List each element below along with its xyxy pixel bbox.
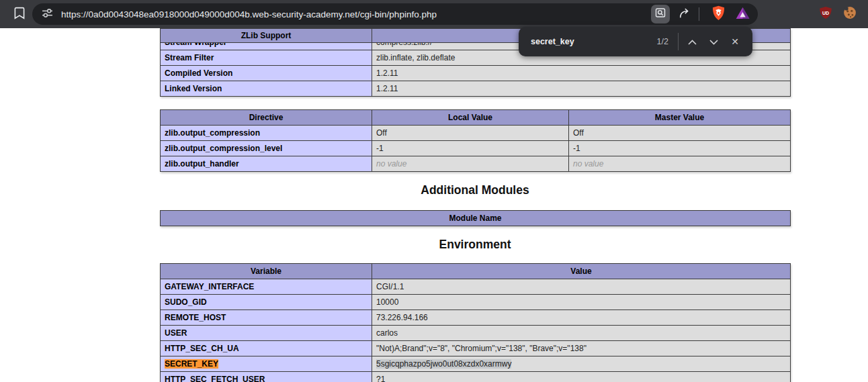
table-row: REMOTE_HOST 73.226.94.166 xyxy=(161,310,791,326)
extension-shield-button[interactable]: UD xyxy=(817,5,834,23)
row-label: Linked Version xyxy=(161,81,372,97)
table-row: HTTP_SEC_CH_UA "Not)A;Brand";v="8", "Chr… xyxy=(161,341,791,356)
bookmark-icon xyxy=(14,7,25,22)
table-row: SECRET_KEY 5sgicqphazpo5jwo0ut08xzdx0xar… xyxy=(161,356,791,372)
brave-rewards-icon xyxy=(736,7,750,22)
toolbar-divider xyxy=(699,7,699,21)
column-header: Directive xyxy=(161,110,372,126)
find-input[interactable]: secret_key xyxy=(531,37,574,46)
column-header: Variable xyxy=(161,264,372,279)
environment-heading: Environment xyxy=(160,236,790,252)
brave-shield-icon xyxy=(711,5,726,23)
row-label: zlib.output_compression xyxy=(161,126,372,141)
table-row: GATEWAY_INTERFACE CGI/1.1 xyxy=(161,279,791,295)
zlib-directive-table: Directive Local Value Master Value zlib.… xyxy=(160,109,791,172)
env-variable-secret-key-find-match: SECRET_KEY xyxy=(165,359,218,369)
env-value: 73.226.94.166 xyxy=(372,310,791,326)
share-icon xyxy=(678,7,691,22)
module-name-header: Module Name xyxy=(161,211,791,226)
env-variable: HTTP_SEC_FETCH_USER xyxy=(161,372,372,382)
master-value: Off xyxy=(569,126,791,141)
table-row: zlib.output_compression_level -1 -1 xyxy=(161,141,791,156)
find-in-page-bar: secret_key 1/2 ✕ xyxy=(519,27,752,56)
row-label: Stream Wrapper xyxy=(165,43,226,47)
zlib-support-header: ZLib Support xyxy=(161,29,372,43)
env-value: CGI/1.1 xyxy=(372,279,791,295)
site-controls-icon[interactable] xyxy=(42,7,53,21)
brave-rewards-button[interactable] xyxy=(732,4,752,24)
local-value: -1 xyxy=(372,141,569,156)
browser-window: https://0a0d0043048ea0918000d049000d004b… xyxy=(0,0,868,382)
secret-key-value-selected: 5sgicqphazpo5jwo0ut08xzdx0xarmwy xyxy=(376,359,511,369)
column-header: Value xyxy=(372,264,791,279)
find-in-page-button[interactable] xyxy=(651,5,670,23)
address-bar[interactable]: https://0a0d0043048ea0918000d049000d004b… xyxy=(32,3,758,25)
table-row: zlib.output_handler no value no value xyxy=(161,156,791,172)
column-header: Master Value xyxy=(569,110,791,126)
env-variable: USER xyxy=(161,326,372,341)
find-previous-button[interactable] xyxy=(681,31,703,52)
find-in-page-icon xyxy=(655,7,666,21)
bookmarks-button[interactable] xyxy=(8,3,31,26)
env-value: carlos xyxy=(372,326,791,341)
environment-table: Variable Value GATEWAY_INTERFACE CGI/1.1… xyxy=(160,263,791,382)
find-close-button[interactable]: ✕ xyxy=(724,31,746,52)
url-text: https://0a0d0043048ea0918000d049000d004b… xyxy=(61,9,437,19)
column-header: Local Value xyxy=(372,110,569,126)
brave-shields-button[interactable] xyxy=(708,4,728,24)
env-variable: HTTP_SEC_CH_UA xyxy=(161,341,372,356)
table-row: SUDO_GID 10000 xyxy=(161,295,791,310)
find-next-button[interactable] xyxy=(703,31,724,52)
local-value: Off xyxy=(372,126,569,141)
browser-toolbar: https://0a0d0043048ea0918000d049000d004b… xyxy=(0,0,868,28)
env-variable: REMOTE_HOST xyxy=(161,310,372,326)
local-value: no value xyxy=(376,159,406,169)
row-value: 1.2.11 xyxy=(372,66,791,81)
additional-modules-heading: Additional Modules xyxy=(160,182,790,198)
env-value: "Not)A;Brand";v="8", "Chromium";v="138",… xyxy=(372,341,791,356)
cookie-icon xyxy=(843,6,857,22)
cookie-extension-button[interactable] xyxy=(841,5,859,23)
row-value: 1.2.11 xyxy=(372,81,791,97)
master-value: no value xyxy=(573,159,603,169)
find-match-count: 1/2 xyxy=(657,37,668,46)
env-variable: SUDO_GID xyxy=(161,295,372,310)
table-row: Linked Version 1.2.11 xyxy=(161,81,791,97)
table-row: Compiled Version 1.2.11 xyxy=(161,66,791,81)
extension-badge-label: UD xyxy=(817,11,834,15)
row-value: compress.zlib:// xyxy=(376,43,432,47)
share-button[interactable] xyxy=(674,4,694,24)
table-header-row: Module Name xyxy=(161,211,791,226)
env-value: 10000 xyxy=(372,295,791,310)
env-value: ?1 xyxy=(372,372,791,382)
find-bar-divider xyxy=(678,33,679,50)
table-header-row: Variable Value xyxy=(161,264,791,279)
close-icon: ✕ xyxy=(731,37,739,46)
chevron-up-icon xyxy=(688,37,697,47)
chevron-down-icon xyxy=(709,37,718,47)
row-label: zlib.output_compression_level xyxy=(161,141,372,156)
row-label: zlib.output_handler xyxy=(161,156,372,172)
master-value: -1 xyxy=(569,141,791,156)
additional-modules-table: Module Name xyxy=(160,210,791,226)
table-header-row: Directive Local Value Master Value xyxy=(161,110,791,126)
phpinfo-page: ZLib Support enabled Stream Wrapper comp… xyxy=(0,28,868,382)
row-label: Stream Filter xyxy=(161,50,372,66)
table-row: USER carlos xyxy=(161,326,791,341)
table-row: HTTP_SEC_FETCH_USER ?1 xyxy=(161,372,791,382)
env-variable: GATEWAY_INTERFACE xyxy=(161,279,372,295)
extensions-area: UD xyxy=(817,0,859,28)
row-label: Compiled Version xyxy=(161,66,372,81)
table-row: zlib.output_compression Off Off xyxy=(161,126,791,141)
